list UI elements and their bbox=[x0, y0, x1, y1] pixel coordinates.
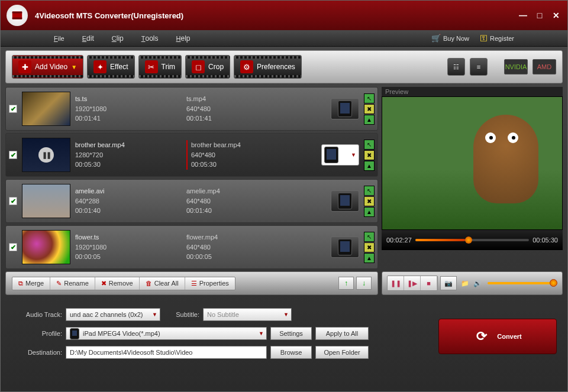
subtitle-label: Subtitle: bbox=[164, 311, 199, 318]
item-up-button[interactable]: ↖ bbox=[364, 140, 375, 150]
device-profile-button[interactable] bbox=[331, 190, 359, 212]
volume-icon: 🔊 bbox=[473, 280, 482, 287]
remove-button[interactable]: ✖Remove bbox=[95, 277, 140, 290]
total-time: 00:05:30 bbox=[532, 237, 558, 244]
output-info: amelie.mp4 640*480 00:01:40 bbox=[186, 186, 269, 216]
thumbnail bbox=[22, 184, 70, 218]
destination-input[interactable] bbox=[66, 346, 267, 359]
add-video-button[interactable]: ✚ Add Video ▼ bbox=[12, 55, 83, 79]
item-up-button[interactable]: ↖ bbox=[364, 93, 375, 103]
preview-controls: ❚❚ ❚▶ ■ 📷 📁 🔊 bbox=[382, 271, 563, 295]
file-row[interactable]: ✔ flower.ts 1920*1080 00:00:05 flower.mp… bbox=[5, 225, 378, 269]
checkbox[interactable]: ✔ bbox=[9, 197, 17, 205]
item-down-button[interactable]: ▲ bbox=[364, 253, 375, 263]
output-info: ts.mp4 640*480 00:01:41 bbox=[186, 94, 269, 124]
subtitle-combo[interactable]: No Subtitle▼ bbox=[203, 308, 292, 321]
merge-button[interactable]: ⧉Merge bbox=[12, 277, 50, 290]
pause-button[interactable]: ❚❚ bbox=[388, 276, 404, 290]
item-down-button[interactable]: ▲ bbox=[364, 115, 375, 125]
menu-help[interactable]: Help bbox=[176, 34, 191, 43]
menu-file[interactable]: File bbox=[54, 34, 64, 43]
view-detail-button[interactable]: ≡ bbox=[470, 58, 488, 76]
ipad-icon bbox=[338, 193, 352, 209]
crop-button[interactable]: ◻ Crop bbox=[185, 55, 230, 79]
item-up-button[interactable]: ↖ bbox=[364, 232, 375, 242]
item-remove-button[interactable]: ✖ bbox=[364, 150, 375, 160]
file-row[interactable]: ✔ amelie.avi 640*288 00:01:40 amelie.mp4… bbox=[5, 179, 378, 223]
preview-screen bbox=[382, 96, 563, 230]
seek-slider[interactable] bbox=[415, 239, 529, 241]
snapshot-folder-button[interactable]: 📁 bbox=[459, 276, 471, 290]
item-remove-button[interactable]: ✖ bbox=[364, 196, 375, 206]
amd-badge: AMD bbox=[532, 59, 556, 74]
maximize-button[interactable]: □ bbox=[534, 10, 545, 21]
item-down-button[interactable]: ▲ bbox=[364, 207, 375, 217]
move-up-button[interactable]: ↑ bbox=[338, 277, 354, 290]
item-remove-button[interactable]: ✖ bbox=[364, 242, 375, 252]
file-row[interactable]: ✔ ts.ts 1920*1080 00:01:41 ts.mp4 640*48… bbox=[5, 87, 378, 131]
settings-button[interactable]: Settings bbox=[270, 327, 312, 340]
profile-combo[interactable]: iPad MPEG4 Video(*.mp4)▼ bbox=[66, 327, 267, 340]
current-time: 00:02:27 bbox=[386, 237, 412, 244]
checkbox[interactable]: ✔ bbox=[9, 105, 17, 113]
checkbox[interactable]: ✔ bbox=[9, 243, 17, 251]
chevron-down-icon: ▼ bbox=[259, 331, 264, 336]
trash-icon: 🗑 bbox=[146, 280, 152, 287]
scissors-icon: ✂ bbox=[145, 60, 158, 73]
step-button[interactable]: ❚▶ bbox=[404, 276, 421, 290]
minimize-button[interactable]: — bbox=[518, 10, 528, 21]
move-down-button[interactable]: ↓ bbox=[356, 277, 372, 290]
item-remove-button[interactable]: ✖ bbox=[364, 104, 375, 114]
rename-button[interactable]: ✎Rename bbox=[50, 277, 95, 290]
properties-button[interactable]: ☰Properties bbox=[185, 277, 235, 290]
snapshot-button[interactable]: 📷 bbox=[440, 276, 457, 290]
source-info: ts.ts 1920*1080 00:01:41 bbox=[75, 94, 182, 124]
thumbnail: ❚❚ bbox=[22, 138, 70, 172]
menu-edit[interactable]: Edit bbox=[82, 34, 94, 43]
thumbnail bbox=[22, 230, 70, 264]
trim-button[interactable]: ✂ Trim bbox=[138, 55, 182, 79]
buy-now-link[interactable]: 🛒Buy Now bbox=[431, 34, 469, 43]
open-folder-button[interactable]: Open Folder bbox=[315, 346, 369, 359]
file-list: ✔ ts.ts 1920*1080 00:01:41 ts.mp4 640*48… bbox=[5, 87, 378, 269]
menu-clip[interactable]: Clip bbox=[112, 34, 124, 43]
ops-bar: ⧉Merge ✎Rename ✖Remove 🗑Clear All ☰Prope… bbox=[5, 271, 378, 295]
stop-button[interactable]: ■ bbox=[421, 276, 437, 290]
device-profile-button[interactable] bbox=[331, 237, 359, 258]
item-up-button[interactable]: ↖ bbox=[364, 186, 375, 196]
gear-icon: ⚙ bbox=[240, 60, 253, 73]
cart-icon: 🛒 bbox=[431, 34, 441, 43]
view-list-button[interactable]: ☷ bbox=[447, 58, 465, 76]
register-link[interactable]: ⚿Register bbox=[480, 34, 514, 43]
menu-tools[interactable]: Tools bbox=[141, 34, 159, 43]
nvidia-badge: NVIDIA bbox=[504, 59, 528, 74]
list-icon: ☰ bbox=[191, 280, 197, 287]
clear-all-button[interactable]: 🗑Clear All bbox=[140, 277, 185, 290]
convert-button[interactable]: ⟳ Convert bbox=[438, 319, 557, 354]
device-profile-button[interactable]: ▼ bbox=[321, 144, 359, 166]
volume-slider[interactable] bbox=[488, 282, 557, 284]
apply-to-all-button[interactable]: Apply to All bbox=[315, 327, 369, 340]
file-row[interactable]: ✔ ❚❚ brother bear.mp4 1280*720 00:05:30 … bbox=[5, 133, 378, 177]
item-down-button[interactable]: ▲ bbox=[364, 161, 375, 171]
close-button[interactable]: ✕ bbox=[551, 10, 561, 21]
settings-panel: Audio Track: und aac 2 channels (0x2)▼ S… bbox=[5, 300, 563, 364]
plus-icon: ✚ bbox=[18, 60, 31, 73]
x-icon: ✖ bbox=[101, 280, 106, 287]
thumbnail bbox=[22, 92, 70, 126]
chevron-down-icon: ▼ bbox=[152, 312, 157, 318]
preferences-button[interactable]: ⚙ Preferences bbox=[234, 55, 302, 79]
audio-track-combo[interactable]: und aac 2 channels (0x2)▼ bbox=[66, 308, 160, 321]
effect-icon: ✦ bbox=[93, 60, 106, 73]
chevron-down-icon: ▼ bbox=[283, 312, 289, 318]
pause-icon: ❚❚ bbox=[38, 147, 54, 163]
preview-panel: Preview 00:02:27 00:05:30 bbox=[382, 87, 563, 269]
device-profile-button[interactable] bbox=[331, 98, 359, 119]
cycle-icon: ⟳ bbox=[473, 328, 490, 345]
checkbox[interactable]: ✔ bbox=[9, 151, 17, 159]
browse-button[interactable]: Browse bbox=[270, 346, 312, 359]
merge-icon: ⧉ bbox=[18, 280, 23, 287]
app-title: 4Videosoft MTS Converter(Unregistered) bbox=[35, 11, 518, 20]
effect-button[interactable]: ✦ Effect bbox=[87, 55, 134, 79]
output-info: brother bear.mp4 640*480 00:05:30 bbox=[186, 140, 269, 170]
